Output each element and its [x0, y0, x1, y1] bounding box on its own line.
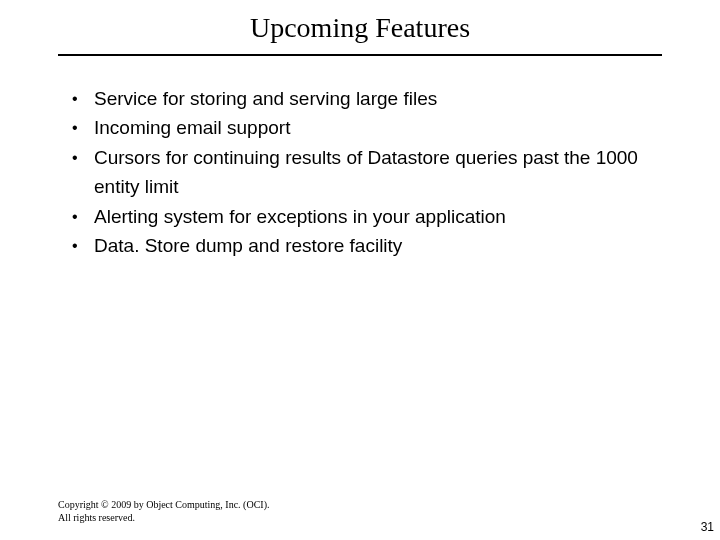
slide: Upcoming Features Service for storing an… — [0, 0, 720, 540]
list-item: Incoming email support — [70, 113, 660, 142]
footer: Copyright © 2009 by Object Computing, In… — [58, 499, 269, 524]
list-item: Data. Store dump and restore facility — [70, 231, 660, 260]
list-item: Service for storing and serving large fi… — [70, 84, 660, 113]
footer-rights: All rights reserved. — [58, 512, 269, 525]
title-underline — [58, 54, 662, 56]
list-item: Alerting system for exceptions in your a… — [70, 202, 660, 231]
page-number: 31 — [701, 520, 714, 534]
bullet-list: Service for storing and serving large fi… — [70, 84, 660, 261]
slide-body: Service for storing and serving large fi… — [70, 84, 660, 261]
footer-copyright: Copyright © 2009 by Object Computing, In… — [58, 499, 269, 512]
title-wrap: Upcoming Features — [0, 12, 720, 44]
list-item: Cursors for continuing results of Datast… — [70, 143, 660, 202]
slide-title: Upcoming Features — [250, 12, 470, 44]
